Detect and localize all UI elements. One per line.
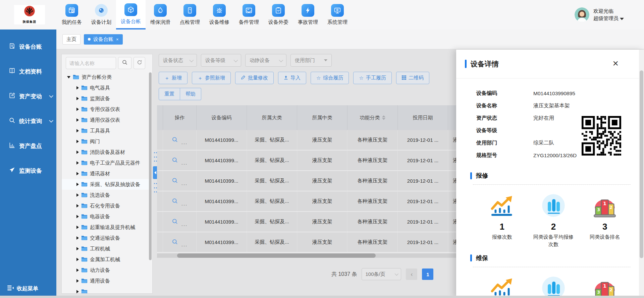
table-header-function-class[interactable]: 功能分类	[347, 105, 398, 130]
tree-collapsed-arrow-icon[interactable]	[76, 226, 79, 229]
manual-history-button[interactable]: ☆手工履历	[353, 72, 391, 84]
nav-item[interactable]: 维保润滑	[146, 0, 175, 29]
more-actions-button[interactable]: ...	[181, 160, 188, 166]
tree-scrollbar[interactable]	[149, 72, 152, 260]
tree-collapsed-arrow-icon[interactable]	[76, 258, 79, 261]
tree-node[interactable]: 电气器具	[62, 82, 152, 93]
nav-item[interactable]: 系统管理	[323, 0, 352, 29]
qrcode-button[interactable]: 二维码	[396, 72, 429, 84]
tree-search-button[interactable]	[118, 57, 131, 69]
tree-node[interactable]: 采掘、钻探及抽放设备	[62, 179, 152, 190]
more-actions-button[interactable]: ...	[181, 180, 188, 186]
tree-collapsed-arrow-icon[interactable]	[76, 151, 79, 154]
tree-node[interactable]: 电器设备	[62, 211, 152, 222]
tab-equipment-ledger[interactable]: 设备台账 ×	[84, 34, 123, 45]
more-actions-button[interactable]: ...	[181, 242, 188, 247]
tree-collapsed-arrow-icon[interactable]	[76, 140, 79, 143]
avatar[interactable]	[575, 7, 589, 22]
tree-node[interactable]: 动力设备	[62, 265, 152, 276]
tree-node[interactable]: 石化专用设备	[62, 200, 152, 211]
previous-page-button[interactable]: ‹	[406, 269, 417, 280]
comprehensive-history-button[interactable]: ☆综合履历	[311, 72, 349, 84]
filter-dynamic-static[interactable]: 动静设备	[245, 54, 286, 67]
page-number-button[interactable]: 1	[422, 269, 433, 280]
table-row[interactable]: ... M014410399... 采掘、钻探及... 液压支架 各种液压支架 …	[157, 191, 502, 212]
view-detail-icon[interactable]	[172, 157, 178, 164]
tree-collapsed-arrow-icon[interactable]	[76, 215, 79, 218]
tree-node[interactable]: 阀门	[62, 136, 152, 147]
tree-node[interactable]: 工程机械	[62, 243, 152, 254]
import-button[interactable]: 导入	[278, 72, 306, 84]
tree-collapsed-arrow-icon[interactable]	[76, 247, 79, 250]
scrollbar-thumb[interactable]	[177, 253, 376, 258]
sort-icon[interactable]	[382, 115, 385, 120]
nav-item[interactable]: 设备台帐	[116, 0, 146, 29]
tree-collapsed-arrow-icon[interactable]	[76, 118, 79, 122]
tree-root-node[interactable]: 资产台帐分类	[62, 72, 152, 82]
sidebar-item[interactable]: 监测设备	[0, 165, 56, 176]
tree-collapsed-arrow-icon[interactable]	[76, 290, 79, 293]
tree-node[interactable]: 交通运输设备	[62, 233, 152, 243]
table-row[interactable]: ... M014410399... 采掘、钻探及... 液压支架 各种液压支架 …	[157, 232, 502, 253]
table-horizontal-scrollbar[interactable]	[157, 253, 456, 258]
tree-collapsed-arrow-icon[interactable]	[76, 129, 79, 132]
tree-collapsed-arrow-icon[interactable]	[76, 236, 79, 240]
tree-collapsed-arrow-icon[interactable]	[76, 269, 79, 272]
tree-node[interactable]	[62, 286, 152, 294]
filter-device-level[interactable]: 设备等级	[201, 54, 241, 67]
sidebar-item[interactable]: 设备台账	[0, 41, 56, 52]
view-detail-icon[interactable]	[172, 198, 178, 205]
tree-collapsed-arrow-icon[interactable]	[76, 172, 79, 175]
nav-item[interactable]: 事故管理	[293, 0, 323, 29]
nav-item[interactable]: 我的任务	[57, 0, 87, 29]
view-detail-icon[interactable]	[172, 239, 178, 246]
tree-search-input[interactable]	[66, 57, 116, 69]
tree-node[interactable]: 通用设备	[62, 276, 152, 286]
tree-collapsed-arrow-icon[interactable]	[76, 279, 79, 283]
view-detail-icon[interactable]	[172, 136, 178, 144]
tree-node[interactable]: 消防设备及器材	[62, 147, 152, 158]
tree-collapsed-arrow-icon[interactable]	[76, 204, 79, 207]
tree-node[interactable]: 金属加工机械	[62, 254, 152, 265]
table-row[interactable]: ... M014410399... 采掘、钻探及... 液压支架 各种液压支架 …	[157, 212, 502, 232]
tree-node[interactable]: 通用仪器仪表	[62, 115, 152, 125]
reset-button[interactable]: 重置	[159, 88, 180, 100]
tab-home[interactable]: 主页	[62, 34, 80, 45]
tree-collapsed-arrow-icon[interactable]	[76, 86, 79, 90]
tree-node[interactable]: 工具器具	[62, 125, 152, 136]
tree-expanded-arrow-icon[interactable]	[67, 76, 70, 78]
scrollbar-thumb[interactable]	[640, 70, 643, 258]
view-detail-icon[interactable]	[172, 177, 178, 185]
sidebar-item[interactable]: 统计查询	[0, 115, 56, 127]
table-row[interactable]: ... M014410399... 采掘、钻探及... 液压支架 各种液压支架 …	[157, 151, 502, 171]
help-button[interactable]: 帮助	[180, 88, 201, 100]
sidebar-item[interactable]: 文档资料	[0, 66, 56, 77]
tree-node[interactable]: 洗选设备	[62, 190, 152, 200]
view-detail-icon[interactable]	[172, 218, 178, 226]
tree-node[interactable]: 电子工业产品及元器件	[62, 158, 152, 168]
nav-item[interactable]: 点检管理	[175, 0, 205, 29]
close-icon[interactable]: ×	[612, 58, 619, 68]
nav-item[interactable]: 备件管理	[234, 0, 264, 29]
tree-collapsed-arrow-icon[interactable]	[76, 193, 79, 197]
add-by-reference-button[interactable]: ＋参照新增	[192, 72, 231, 84]
tab-close-icon[interactable]: ×	[116, 37, 119, 42]
user-menu[interactable]: 欢迎光临 超级管理员	[575, 0, 644, 29]
add-button[interactable]: ＋新增	[159, 72, 187, 84]
tree-node[interactable]: 通讯器材	[62, 168, 152, 179]
nav-item[interactable]: 设备外委	[264, 0, 293, 29]
tree-node[interactable]: 监测设备	[62, 93, 152, 104]
more-actions-button[interactable]: ...	[181, 221, 188, 227]
batch-edit-button[interactable]: 批量修改	[235, 72, 274, 84]
filter-device-status[interactable]: 设备状态	[159, 54, 197, 67]
more-actions-button[interactable]: ...	[181, 201, 188, 206]
filter-department[interactable]: 使用部门	[290, 54, 332, 67]
tree-collapsed-arrow-icon[interactable]	[76, 183, 79, 186]
more-actions-button[interactable]: ...	[181, 139, 188, 145]
collapse-menu-button[interactable]: 收起菜单	[0, 285, 38, 292]
table-row[interactable]: ... M014410399... 采掘、钻探及... 液压支架 各种液压支架 …	[157, 171, 502, 191]
nav-item[interactable]: 设备计划	[87, 0, 116, 29]
page-size-select[interactable]: 100条/页	[362, 268, 401, 280]
tree-collapsed-arrow-icon[interactable]	[76, 108, 79, 111]
user-role[interactable]: 超级管理员	[593, 15, 624, 22]
